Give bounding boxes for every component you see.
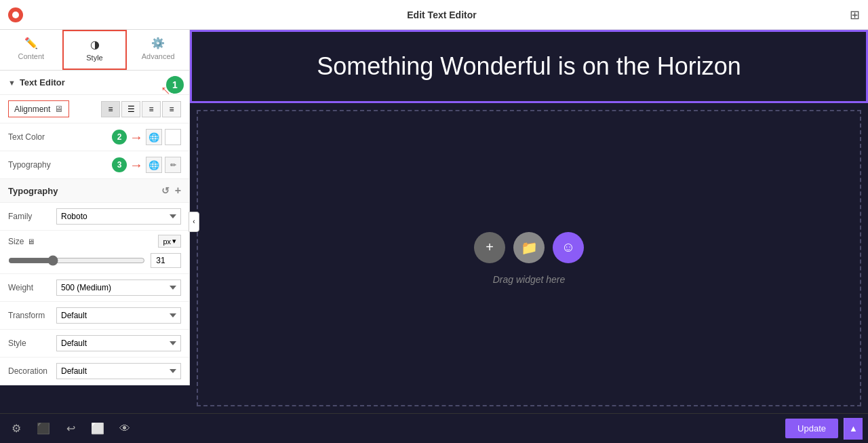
badge-circle-3: 3	[112, 157, 127, 172]
tab-style[interactable]: ◑ Style	[62, 30, 127, 70]
font-style-label: Style	[8, 339, 52, 348]
advanced-icon: ⚙️	[151, 37, 165, 50]
typography-panel: Typography ↺ + Family Roboto Arial Georg…	[0, 179, 189, 385]
canvas-drop-area[interactable]: + 📁 ☺ Drag widget here	[197, 110, 861, 406]
typography-edit-btn[interactable]: ✏	[165, 157, 181, 173]
font-size-slider[interactable]	[8, 255, 145, 266]
size-unit-container: px ▾	[158, 235, 181, 248]
layers-icon-btn[interactable]: ⬛	[33, 418, 54, 440]
typography-actions: 3 → 🌐 ✏	[112, 157, 181, 173]
monitor-icon: 🖥	[54, 104, 63, 114]
section-title: Text Editor	[20, 77, 65, 88]
font-weight-row: Weight 100 (Thin) 300 (Light) 400 (Norma…	[0, 274, 189, 302]
font-family-select[interactable]: Roboto Arial Georgia Helvetica Times New…	[56, 208, 181, 225]
font-style-select[interactable]: Default Normal Italic Oblique	[56, 335, 181, 351]
section-collapse-icon[interactable]: ▼	[8, 79, 16, 87]
update-chevron-btn[interactable]: ▲	[844, 418, 863, 440]
font-decoration-label: Decoration	[8, 366, 52, 376]
align-justify-btn[interactable]: ≡	[162, 101, 181, 117]
text-color-actions: 2 → 🌐	[112, 129, 181, 145]
tab-advanced[interactable]: ⚙️ Advanced	[127, 30, 189, 70]
sidebar-wrapper: ✏️ Content ◑ Style ⚙️ Advanced 1	[0, 30, 190, 413]
font-family-label: Family	[8, 212, 52, 221]
logo	[8, 7, 23, 22]
sidebar: ✏️ Content ◑ Style ⚙️ Advanced 1	[0, 30, 190, 385]
badge-circle-2: 2	[112, 130, 127, 145]
arrow-3: →	[130, 157, 143, 173]
font-decoration-row: Decoration Default None Underline Overli…	[0, 358, 189, 385]
top-bar: Edit Text Editor ⊞	[0, 0, 868, 30]
tab-content-label: Content	[18, 52, 45, 60]
text-color-swatch[interactable]	[165, 129, 181, 145]
preview-icon-btn[interactable]: 👁	[114, 418, 136, 440]
align-center-btn[interactable]: ☰	[121, 101, 140, 117]
font-weight-select[interactable]: 100 (Thin) 300 (Light) 400 (Normal) 500 …	[56, 280, 181, 296]
canvas-area: Something Wonderful is on the Horizon + …	[190, 30, 868, 413]
logo-inner	[12, 12, 19, 18]
alignment-label-box[interactable]: Alignment 🖥	[8, 100, 69, 117]
font-transform-row: Transform Default Uppercase Lowercase Ca…	[0, 302, 189, 330]
arrow-2: →	[130, 130, 143, 145]
align-left-btn[interactable]: ≡	[101, 101, 120, 117]
tab-bar: ✏️ Content ◑ Style ⚙️ Advanced	[0, 30, 189, 71]
font-weight-label: Weight	[8, 283, 52, 292]
main-layout: ✏️ Content ◑ Style ⚙️ Advanced 1	[0, 30, 868, 413]
sidebar-collapse-btn[interactable]: ‹	[189, 212, 199, 232]
align-right-btn[interactable]: ≡	[142, 101, 161, 117]
typography-global-btn[interactable]: 🌐	[146, 157, 162, 173]
tab-content[interactable]: ✏️ Content	[0, 30, 62, 70]
badge-1: 1	[166, 76, 184, 94]
alignment-label: Alignment	[14, 104, 50, 114]
font-transform-label: Transform	[8, 311, 52, 320]
add-element-btn[interactable]: ☺	[553, 232, 584, 263]
font-size-input[interactable]	[151, 253, 181, 268]
chevron-down-icon: ▾	[172, 237, 176, 246]
page-title: Edit Text Editor	[34, 9, 850, 20]
drop-hint: Drag widget here	[493, 274, 566, 285]
text-color-control-row: Text Color 2 → 🌐	[0, 123, 189, 151]
typography-panel-header: Typography ↺ +	[0, 179, 189, 203]
tab-style-label: Style	[86, 54, 102, 62]
add-widget-btn[interactable]: +	[474, 232, 505, 263]
typography-control-row: Typography 3 → 🌐 ✏	[0, 151, 189, 179]
alignment-btn-group: ≡ ☰ ≡ ≡	[101, 101, 181, 117]
typography-reset-btn[interactable]: ↺	[161, 185, 170, 196]
typography-label: Typography	[8, 160, 56, 170]
typography-add-btn[interactable]: +	[175, 185, 181, 197]
canvas-hero: Something Wonderful is on the Horizon	[190, 30, 868, 103]
style-icon: ◑	[90, 38, 100, 51]
grid-icon[interactable]: ⊞	[850, 7, 860, 22]
font-style-row: Style Default Normal Italic Oblique	[0, 330, 189, 358]
monitor-size-icon: 🖥	[27, 237, 35, 246]
font-size-slider-row	[8, 250, 181, 269]
content-icon: ✏️	[24, 37, 38, 50]
typography-panel-title: Typography	[8, 186, 161, 196]
text-color-global-btn[interactable]: 🌐	[146, 129, 162, 145]
badge-circle-1: 1	[166, 76, 184, 94]
font-family-row: Family Roboto Arial Georgia Helvetica Ti…	[0, 203, 189, 231]
settings-icon-btn[interactable]: ⚙	[5, 418, 27, 440]
history-icon-btn[interactable]: ↩	[60, 418, 81, 440]
drop-buttons: + 📁 ☺	[474, 232, 584, 263]
hero-title: Something Wonderful is on the Horizon	[205, 52, 852, 81]
font-transform-select[interactable]: Default Uppercase Lowercase Capitalize	[56, 307, 181, 324]
add-template-btn[interactable]: 📁	[513, 232, 545, 263]
font-decoration-select[interactable]: Default None Underline Overline Line Thr…	[56, 363, 181, 379]
responsive-icon-btn[interactable]: ⬜	[87, 418, 108, 440]
text-color-label: Text Color	[8, 132, 56, 142]
font-size-label: Size 🖥	[8, 237, 39, 246]
size-unit-select[interactable]: px ▾	[158, 235, 181, 248]
font-size-row: Size 🖥 px ▾	[0, 231, 189, 274]
update-button[interactable]: Update	[785, 419, 838, 438]
tab-advanced-label: Advanced	[142, 52, 175, 60]
alignment-control-row: Alignment 🖥 ≡ ☰ ≡ ≡	[0, 95, 189, 123]
bottom-bar: ⚙ ⬛ ↩ ⬜ 👁 Update ▲	[0, 413, 868, 443]
